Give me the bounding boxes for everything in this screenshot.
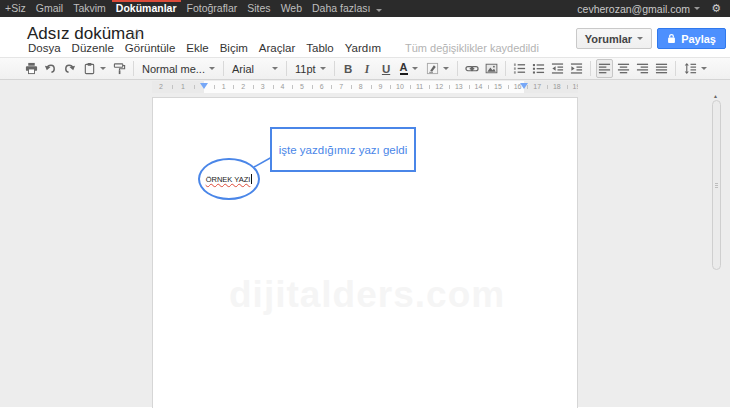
topbar-link-plus-you[interactable]: +Siz bbox=[5, 0, 26, 17]
print-button[interactable] bbox=[23, 59, 40, 78]
font-size-dropdown[interactable]: 11pt bbox=[292, 59, 329, 78]
menu-view[interactable]: Görüntüle bbox=[124, 40, 177, 56]
justify-button[interactable] bbox=[653, 59, 670, 78]
italic-icon: I bbox=[365, 63, 369, 75]
watermark: dijitalders.com bbox=[229, 274, 505, 316]
redo-button[interactable] bbox=[61, 59, 78, 78]
image-icon bbox=[485, 62, 498, 75]
comments-button[interactable]: Yorumlar bbox=[576, 28, 652, 49]
comments-label: Yorumlar bbox=[585, 33, 632, 45]
topbar-link-more[interactable]: Daha fazlası bbox=[312, 0, 382, 17]
ruler-tick bbox=[508, 85, 509, 89]
undo-button[interactable] bbox=[42, 59, 59, 78]
toolbar-separator bbox=[675, 61, 676, 76]
callout-shape[interactable]: işte yazdığımız yazı geldi bbox=[270, 127, 416, 172]
share-button[interactable]: Paylaş bbox=[657, 28, 726, 49]
gear-icon[interactable]: ⚙ bbox=[708, 0, 724, 17]
scrollbar-grip bbox=[715, 183, 718, 188]
highlighter-icon bbox=[426, 62, 439, 75]
indent-icon bbox=[570, 62, 583, 75]
topbar-link-photos[interactable]: Fotoğraflar bbox=[187, 0, 238, 17]
underline-button[interactable]: U bbox=[378, 59, 395, 78]
share-label: Paylaş bbox=[681, 33, 716, 45]
menu-edit[interactable]: Düzenle bbox=[71, 40, 115, 56]
ruler-number: 1 bbox=[181, 83, 185, 91]
account-menu[interactable]: cevherozan@gmail.com bbox=[577, 3, 700, 15]
menu-bar: Dosya Düzenle Görüntüle Ekle Biçim Araçl… bbox=[27, 39, 539, 57]
indent-marker-left[interactable] bbox=[200, 83, 208, 89]
menu-table[interactable]: Tablo bbox=[305, 40, 335, 56]
menu-insert[interactable]: Ekle bbox=[185, 40, 209, 56]
scroll-up-arrow[interactable]: ▲ bbox=[713, 93, 718, 99]
text-color-button[interactable]: A bbox=[397, 59, 421, 78]
ruler-number: 8 bbox=[359, 83, 363, 91]
web-clipboard-button[interactable] bbox=[80, 59, 109, 78]
ruler-tick bbox=[233, 85, 234, 89]
ruler-number: 10 bbox=[396, 83, 404, 91]
ruler-number: 13 bbox=[455, 83, 463, 91]
topbar-link-documents[interactable]: Dokümanlar bbox=[116, 0, 177, 17]
topbar-link-gmail[interactable]: Gmail bbox=[36, 0, 63, 17]
ruler-number: 4 bbox=[280, 83, 284, 91]
format-toolbar: Normal me... Arial 11pt B I U A bbox=[0, 57, 730, 80]
ruler-number: 15 bbox=[494, 83, 502, 91]
increase-indent-button[interactable] bbox=[568, 59, 585, 78]
align-right-button[interactable] bbox=[634, 59, 651, 78]
clipboard-icon bbox=[83, 62, 96, 75]
ruler-tick bbox=[547, 85, 548, 89]
ruler-number: 17 bbox=[533, 83, 541, 91]
font-dropdown[interactable]: Arial bbox=[229, 59, 281, 78]
document-page[interactable]: dijitalders.com işte yazdığımız yazı gel… bbox=[152, 97, 578, 408]
docs-header: Adsız doküman ☆ Dosya Düzenle Görüntüle … bbox=[0, 17, 730, 57]
paint-roller-icon bbox=[113, 62, 126, 75]
bold-button[interactable]: B bbox=[340, 59, 357, 78]
ruler-number: 2 bbox=[241, 83, 245, 91]
ruler-tick bbox=[390, 85, 391, 89]
vertical-scrollbar: ▲ bbox=[711, 93, 723, 407]
toolbar-separator bbox=[457, 61, 458, 76]
line-spacing-button[interactable] bbox=[681, 59, 710, 78]
topbar-link-sites[interactable]: Sites bbox=[247, 0, 270, 17]
link-icon bbox=[465, 62, 479, 75]
google-topbar: +Siz Gmail Takvim Dokümanlar Fotoğraflar… bbox=[0, 0, 730, 17]
topbar-right: cevherozan@gmail.com ⚙ bbox=[577, 0, 724, 17]
bold-icon: B bbox=[344, 63, 352, 75]
ruler-number: 18 bbox=[553, 83, 561, 91]
ruler-number: 1 bbox=[222, 83, 226, 91]
ellipse-shape[interactable]: ÖRNEK YAZI bbox=[198, 158, 260, 200]
italic-button[interactable]: I bbox=[359, 59, 376, 78]
document-canvas: 2112345678910111213141516171819 dijitald… bbox=[0, 80, 730, 407]
topbar-links: +Siz Gmail Takvim Dokümanlar Fotoğraflar… bbox=[5, 0, 382, 17]
highlight-color-button[interactable] bbox=[423, 59, 452, 78]
callout-text: işte yazdığımız yazı geldi bbox=[279, 144, 407, 156]
chevron-down-icon bbox=[209, 67, 215, 70]
topbar-link-web[interactable]: Web bbox=[281, 0, 302, 17]
ruler-number: 14 bbox=[474, 83, 482, 91]
ruler-number: 9 bbox=[378, 83, 382, 91]
menu-help[interactable]: Yardım bbox=[344, 40, 382, 56]
redo-icon bbox=[63, 62, 76, 75]
align-left-button[interactable] bbox=[596, 59, 613, 78]
bulleted-list-icon bbox=[532, 62, 545, 75]
justify-icon bbox=[655, 62, 668, 75]
insert-image-button[interactable] bbox=[483, 59, 500, 78]
numbered-list-button[interactable] bbox=[511, 59, 528, 78]
styles-dropdown[interactable]: Normal me... bbox=[139, 59, 218, 78]
menu-format[interactable]: Biçim bbox=[219, 40, 249, 56]
scrollbar-thumb[interactable] bbox=[712, 100, 721, 270]
chevron-down-icon bbox=[637, 37, 643, 40]
paint-format-button[interactable] bbox=[111, 59, 128, 78]
menu-file[interactable]: Dosya bbox=[27, 40, 62, 56]
menu-tools[interactable]: Araçlar bbox=[258, 40, 296, 56]
insert-link-button[interactable] bbox=[463, 59, 481, 78]
ruler-tick bbox=[194, 85, 195, 89]
bulleted-list-button[interactable] bbox=[530, 59, 547, 78]
ruler-tick bbox=[567, 85, 568, 89]
align-center-button[interactable] bbox=[615, 59, 632, 78]
ruler-tick bbox=[527, 85, 528, 89]
decrease-indent-button[interactable] bbox=[549, 59, 566, 78]
toolbar-separator bbox=[505, 61, 506, 76]
ruler-tick bbox=[312, 85, 313, 89]
outdent-icon bbox=[551, 62, 564, 75]
topbar-link-calendar[interactable]: Takvim bbox=[73, 0, 106, 17]
